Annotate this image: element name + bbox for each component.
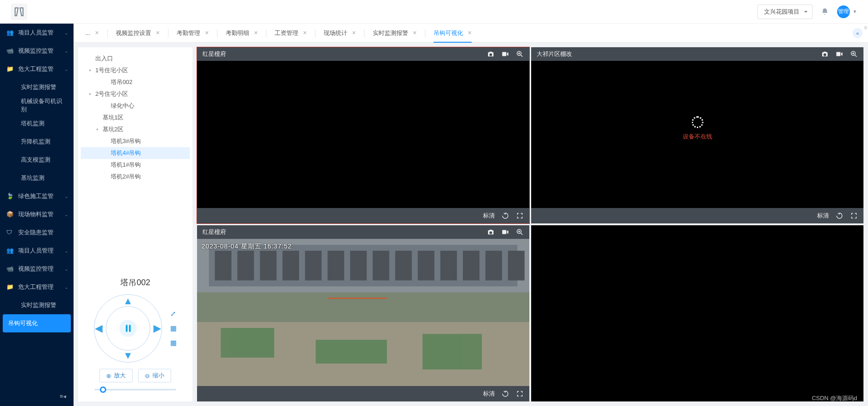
sidebar-item-label: 基坑监测 (21, 174, 44, 182)
sidebar-item-15[interactable]: 实时监测报警 (0, 296, 74, 314)
sidebar-item-8[interactable]: 基坑监测 (0, 169, 74, 187)
close-icon[interactable]: ✕ (352, 30, 356, 36)
tab-2[interactable]: 考勤管理✕ (168, 24, 217, 43)
tab-7[interactable]: 吊钩可视化✕ (425, 24, 480, 43)
tree-node-8[interactable]: 塔机4#吊钩 (81, 147, 190, 159)
record-icon[interactable] (835, 50, 843, 58)
quality-label[interactable]: 标清 (817, 212, 829, 220)
chevron-down-icon: ⌄ (64, 212, 68, 217)
speed-slider[interactable] (94, 389, 176, 391)
tree-caret-icon: ▾ (89, 92, 94, 96)
bell-icon[interactable] (821, 8, 829, 16)
sidebar-item-1[interactable]: 📹视频监控监管⌄ (0, 42, 74, 60)
close-icon[interactable]: ✕ (156, 30, 160, 36)
svg-rect-18 (418, 251, 434, 280)
tree-node-3[interactable]: ▾2号住宅小区 (81, 88, 190, 100)
replay-icon[interactable] (835, 212, 843, 220)
video-cell-3[interactable] (531, 225, 863, 401)
svg-rect-19 (440, 251, 457, 280)
tree-node-label: 塔机1#吊钩 (111, 161, 141, 169)
user-menu[interactable]: 管理 ▼ (837, 5, 857, 18)
ptz-up-button[interactable]: ▲ (123, 295, 133, 307)
close-icon[interactable]: ✕ (205, 30, 209, 36)
tab-4[interactable]: 工资管理✕ (266, 24, 315, 43)
video-cell-0[interactable]: 红星檀府标清 (197, 47, 529, 223)
tree-node-1[interactable]: ▾1号住宅小区 (81, 64, 190, 76)
quality-label[interactable]: 标清 (483, 390, 495, 398)
menu-icon: 📹 (6, 265, 14, 272)
sidebar-item-12[interactable]: 👥项目人员管理⌄ (0, 242, 74, 260)
replay-icon[interactable] (501, 212, 509, 220)
tree-node-4[interactable]: 绿化中心 (81, 100, 190, 112)
sidebar-item-label: 现场物料监管 (18, 210, 54, 218)
sidebar-item-13[interactable]: 📹视频监控管理⌄ (0, 260, 74, 278)
close-icon[interactable]: ✕ (303, 30, 307, 36)
svg-rect-21 (485, 251, 502, 280)
tab-3[interactable]: 考勤明细✕ (217, 24, 266, 43)
video-header: 红星檀府 (197, 225, 529, 239)
video-cell-1[interactable]: 大祁片区棚改设备不在线标清 (531, 47, 863, 223)
tree-node-0[interactable]: 出入口 (81, 53, 190, 64)
tab-1[interactable]: 视频监控设置✕ (108, 24, 168, 43)
sidebar-item-2[interactable]: 📁危大工程监管⌄ (0, 60, 74, 78)
sidebar-item-16[interactable]: 吊钩可视化 (3, 314, 71, 332)
sidebar-collapse-button[interactable]: ≡◂ (0, 386, 74, 406)
tabs-more-icon[interactable]: ≡ (864, 25, 867, 31)
tree-node-7[interactable]: 塔机3#吊钩 (81, 135, 190, 147)
tab-0[interactable]: ...✕ (77, 24, 107, 43)
ptz-pause-button[interactable] (119, 320, 137, 337)
close-icon[interactable]: ✕ (413, 30, 417, 36)
tree-node-label: 绿化中心 (111, 102, 134, 110)
camera-icon[interactable] (487, 228, 495, 236)
sidebar-item-0[interactable]: 👥项目人员监管⌄ (0, 24, 74, 42)
tree-node-label: 2号住宅小区 (95, 90, 128, 98)
video-cell-2[interactable]: 红星檀府2023-08-04 星期五 16:37:52标清 (197, 225, 529, 401)
sidebar-item-10[interactable]: 📦现场物料监管⌄ (0, 205, 74, 223)
fullscreen-icon[interactable] (850, 212, 858, 220)
tabs-collapse-button[interactable]: « (853, 28, 863, 38)
fullscreen-icon[interactable] (516, 212, 524, 220)
project-select[interactable]: 文兴花园项目 (757, 5, 813, 19)
sidebar-item-5[interactable]: 塔机监测 (0, 114, 74, 133)
fullscreen-icon[interactable]: ⤢ (170, 310, 177, 318)
sidebar-item-3[interactable]: 实时监测报警 (0, 78, 74, 96)
tab-label: 现场统计 (324, 29, 347, 37)
ptz-dial[interactable]: ▲ ▼ ◀ ▶ (94, 294, 162, 362)
video-body: 设备不在线 (531, 61, 863, 208)
zoom-in-button[interactable]: ⊕放大 (99, 369, 133, 382)
record-icon[interactable] (501, 50, 509, 58)
tab-6[interactable]: 实时监测报警✕ (365, 24, 425, 43)
tree-node-5[interactable]: 基坑1区 (81, 112, 190, 124)
grid-3x3-icon[interactable]: ▦ (170, 339, 177, 347)
close-icon[interactable]: ✕ (254, 30, 258, 36)
tab-5[interactable]: 现场统计✕ (316, 24, 364, 43)
tree-node-10[interactable]: 塔机2#吊钩 (81, 171, 190, 183)
zoom-out-button[interactable]: ⊖缩小 (138, 369, 171, 382)
close-icon[interactable]: ✕ (468, 30, 472, 36)
sidebar-item-4[interactable]: 机械设备司机识别 (0, 96, 74, 114)
zoom-icon[interactable] (516, 50, 524, 58)
ptz-right-button[interactable]: ▶ (153, 322, 161, 334)
quality-label[interactable]: 标清 (483, 212, 495, 220)
sidebar-item-6[interactable]: 升降机监测 (0, 133, 74, 151)
replay-icon[interactable] (501, 390, 509, 398)
sidebar-item-14[interactable]: 📁危大工程管理⌄ (0, 278, 74, 296)
tree-node-6[interactable]: ▾基坑2区 (81, 124, 190, 135)
svg-rect-15 (350, 251, 367, 280)
video-title: 大祁片区棚改 (537, 50, 572, 58)
fullscreen-icon[interactable] (516, 390, 524, 398)
zoom-icon[interactable] (850, 50, 858, 58)
tree-node-9[interactable]: 塔机1#吊钩 (81, 159, 190, 171)
tree-node-2[interactable]: 塔吊002 (81, 76, 190, 88)
record-icon[interactable] (501, 228, 509, 236)
sidebar-item-7[interactable]: 高支模监测 (0, 151, 74, 169)
camera-icon[interactable] (487, 50, 495, 58)
grid-2x2-icon[interactable]: ▦ (170, 324, 177, 332)
ptz-left-button[interactable]: ◀ (95, 322, 103, 334)
camera-icon[interactable] (821, 50, 829, 58)
zoom-icon[interactable] (516, 228, 524, 236)
close-icon[interactable]: ✕ (95, 30, 99, 36)
sidebar-item-9[interactable]: 🍃绿色施工监管⌄ (0, 187, 74, 205)
ptz-down-button[interactable]: ▼ (123, 350, 133, 361)
sidebar-item-11[interactable]: 🛡安全隐患监管 (0, 223, 74, 242)
